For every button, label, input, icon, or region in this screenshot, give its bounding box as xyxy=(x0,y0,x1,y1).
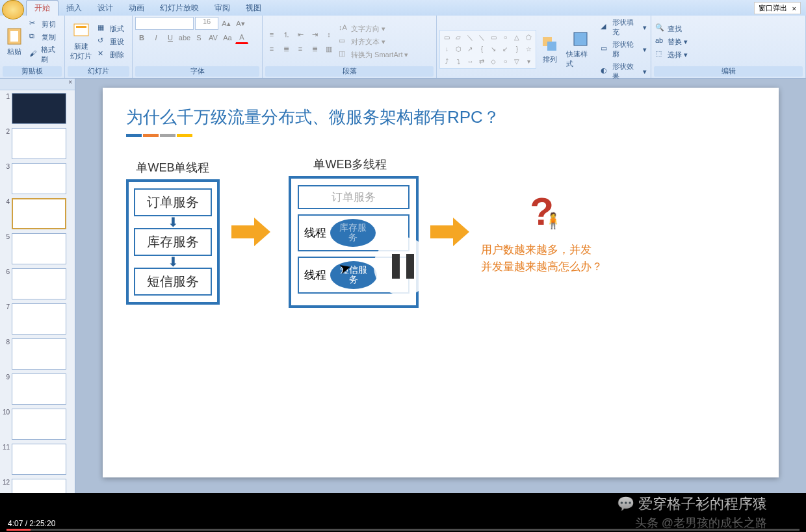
copy-button[interactable]: ⧉复制 xyxy=(28,31,62,43)
find-button[interactable]: 🔍查找 xyxy=(654,23,689,34)
bullets-button[interactable]: ≡ xyxy=(265,28,278,41)
layout-button[interactable]: ▦版式 xyxy=(96,23,125,34)
thumbnail-row[interactable]: 2 xyxy=(3,128,72,159)
numbering-button[interactable]: ⒈ xyxy=(280,28,292,41)
spacing-button[interactable]: AV xyxy=(207,31,220,44)
popup-window-label: 窗口弹出 × xyxy=(754,2,801,14)
line-spacing-button[interactable]: ↕ xyxy=(322,28,335,41)
popup-close-icon[interactable]: × xyxy=(792,5,796,12)
columns-button[interactable]: ▥ xyxy=(322,42,335,55)
find-icon: 🔍 xyxy=(655,23,666,34)
thumbnail-row[interactable]: 4 xyxy=(3,198,72,229)
strike-button[interactable]: abe xyxy=(178,31,191,44)
thumbnail-row[interactable]: 7 xyxy=(3,303,72,335)
oval-sms: 短信服务 xyxy=(330,261,377,289)
office-button[interactable] xyxy=(2,0,24,19)
indent-out-button[interactable]: ⇤ xyxy=(294,28,307,41)
text-direction-button[interactable]: ↕A文字方向 ▾ xyxy=(337,23,410,34)
shape-outline-button[interactable]: ▭形状轮廓 ▾ xyxy=(599,39,648,60)
tab-home[interactable]: 开始 xyxy=(26,0,58,16)
video-time: 4:07 / 2:25:20 xyxy=(8,519,55,528)
thumbnail-row[interactable]: 6 xyxy=(3,268,72,299)
align-text-button[interactable]: ▭对齐文本 ▾ xyxy=(337,36,410,47)
case-button[interactable]: Aa xyxy=(221,31,234,44)
thumbnail-row[interactable]: 10 xyxy=(3,409,72,440)
question-text: 用户数越来越多，并发 并发量越来越高怎么办？ xyxy=(481,242,603,275)
quick-style-button[interactable]: 快速样式 xyxy=(564,29,597,70)
align-right-button[interactable]: ≡ xyxy=(294,42,307,55)
replace-icon: ab xyxy=(655,36,666,47)
shrink-font-button[interactable]: A▾ xyxy=(234,17,247,30)
painter-button[interactable]: 🖌格式刷 xyxy=(28,44,62,65)
group-label-paragraph: 段落 xyxy=(265,66,434,77)
font-color-button[interactable]: A xyxy=(235,31,248,44)
bold-button[interactable]: B xyxy=(135,31,148,44)
scissors-icon: ✂ xyxy=(29,19,40,29)
text-direction-icon: ↕A xyxy=(339,23,349,34)
svg-rect-1 xyxy=(10,31,18,42)
question-mark-icon: ?🧍 xyxy=(530,189,554,234)
smartart-button[interactable]: ◫转换为 SmartArt ▾ xyxy=(337,49,410,60)
underline-button[interactable]: U xyxy=(164,31,177,44)
delete-button[interactable]: ✕删除 xyxy=(96,49,125,60)
thumbnail-row[interactable]: 1 xyxy=(3,93,72,124)
panel-close-icon[interactable]: × xyxy=(68,79,72,90)
align-left-button[interactable]: ≡ xyxy=(265,42,278,55)
tab-design[interactable]: 设计 xyxy=(90,1,121,16)
ribbon: 粘贴 ✂剪切 ⧉复制 🖌格式刷 剪贴板 新建 幻灯片 ▦版式 ↺重设 ✕删除 幻… xyxy=(0,16,806,79)
slide-title: 为什么千万级流量分布式、微服务架构都有RPC？ xyxy=(126,106,755,129)
italic-button[interactable]: I xyxy=(150,31,162,44)
replace-button[interactable]: ab替换 ▾ xyxy=(654,36,689,47)
smartart-icon: ◫ xyxy=(339,49,349,60)
arrange-button[interactable]: 排列 xyxy=(538,34,562,66)
tab-slideshow[interactable]: 幻灯片放映 xyxy=(152,1,207,16)
popup-text: 窗口弹出 xyxy=(759,3,787,13)
layout-icon: ▦ xyxy=(98,23,108,34)
slide-thumbnail-panel: × 12345678910111213 xyxy=(0,79,75,493)
align-center-button[interactable]: ≣ xyxy=(280,42,292,55)
justify-button[interactable]: ≣ xyxy=(308,42,321,55)
thumbnail-row[interactable]: 8 xyxy=(3,338,72,370)
thumbnail-row[interactable]: 3 xyxy=(3,163,72,194)
thumbnail-row[interactable]: 9 xyxy=(3,374,72,405)
select-icon: ⬚ xyxy=(655,49,666,60)
group-label-font: 字体 xyxy=(135,66,259,77)
tab-view[interactable]: 视图 xyxy=(238,1,269,16)
indent-in-button[interactable]: ⇥ xyxy=(308,28,321,41)
big-arrow-icon xyxy=(430,218,469,246)
cut-button[interactable]: ✂剪切 xyxy=(28,18,62,30)
select-button[interactable]: ⬚选择 ▾ xyxy=(654,49,689,60)
font-size-combo[interactable]: 16 xyxy=(195,17,218,30)
service-sms: 短信服务 xyxy=(134,268,212,296)
outline-icon: ▭ xyxy=(601,44,611,55)
thumbnails-list[interactable]: 12345678910111213 xyxy=(0,90,75,493)
thumbnail-row[interactable]: 5 xyxy=(3,233,72,264)
shadow-button[interactable]: S xyxy=(192,31,205,44)
thumbnail-row[interactable]: 12 xyxy=(3,479,72,493)
oval-stock: 库存服务 xyxy=(330,219,376,247)
align-text-icon: ▭ xyxy=(339,36,349,47)
svg-rect-3 xyxy=(76,26,86,28)
multi-thread-box: 订单服务 线程库存服务 线程短信服务 xyxy=(289,176,419,308)
tab-anim[interactable]: 动画 xyxy=(121,1,152,16)
ribbon-tabs: 开始 插入 设计 动画 幻灯片放映 审阅 视图 窗口弹出 × xyxy=(0,0,806,16)
video-controls[interactable]: 4:07 / 2:25:20 xyxy=(0,493,806,532)
new-slide-icon xyxy=(72,22,90,40)
paste-button[interactable]: 粘贴 xyxy=(3,26,26,58)
shape-fill-button[interactable]: ◢形状填充 ▾ xyxy=(599,17,648,38)
grow-font-button[interactable]: A▴ xyxy=(220,17,233,30)
arrange-icon xyxy=(541,35,559,53)
reset-icon: ↺ xyxy=(98,36,108,47)
group-label-clipboard: 剪贴板 xyxy=(3,66,62,77)
new-slide-button[interactable]: 新建 幻灯片 xyxy=(68,21,94,62)
svg-rect-5 xyxy=(547,42,556,51)
quick-style-icon xyxy=(571,30,590,48)
slide-editor[interactable]: 为什么千万级流量分布式、微服务架构都有RPC？ 单WEB单线程 订单服务 ⬇ 库… xyxy=(75,79,806,493)
tab-review[interactable]: 审阅 xyxy=(207,1,238,16)
video-progress[interactable] xyxy=(6,529,800,531)
font-family-combo[interactable] xyxy=(135,17,194,30)
tab-insert[interactable]: 插入 xyxy=(58,1,90,16)
thumbnail-row[interactable]: 11 xyxy=(3,444,72,475)
reset-button[interactable]: ↺重设 xyxy=(96,36,125,47)
shapes-gallery[interactable]: ▭▱＼＼▭○△⬠ ↓⬡↗{↘↙}☆ ⤴⤵↔⇄◇○▽▾ xyxy=(439,30,536,69)
